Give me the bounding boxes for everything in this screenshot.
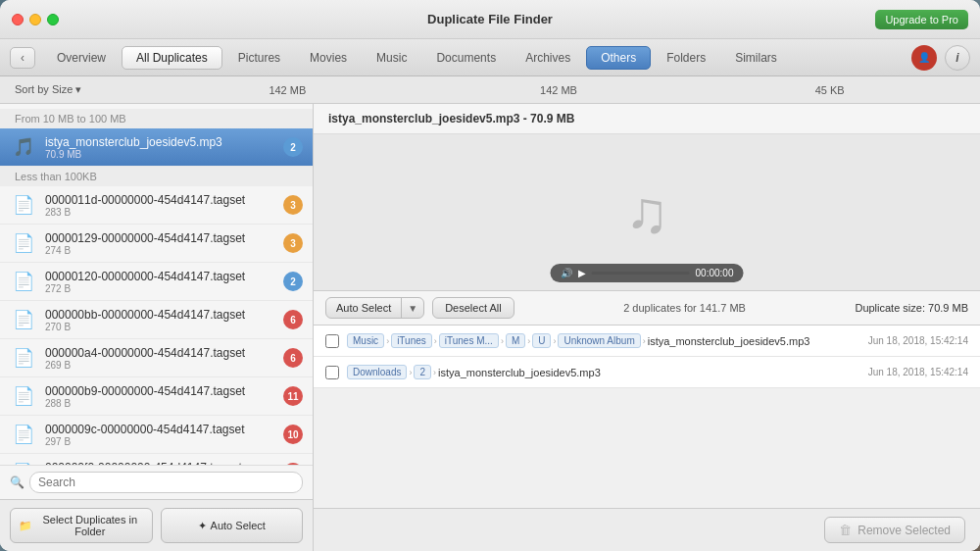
list-item[interactable]: 📄 000000a4-00000000-454d4147.tagset 269 … [0, 339, 313, 377]
minimize-button[interactable] [29, 14, 41, 25]
tab-movies[interactable]: Movies [296, 47, 361, 69]
dropdown-arrow-icon[interactable]: ▼ [402, 299, 423, 318]
close-button[interactable] [12, 14, 24, 25]
list-item[interactable]: 📄 0000011d-00000000-454d4147.tagset 283 … [0, 186, 313, 225]
file-icon: 📄 [10, 344, 37, 372]
tabbar: ‹ Overview All Duplicates Pictures Movie… [0, 39, 980, 76]
duplicate-badge: 10 [283, 425, 303, 444]
duplicate-badge: 2 [283, 137, 303, 157]
main-content: From 10 MB to 100 MB 🎵 istya_monsterclub… [0, 104, 980, 551]
file-icon: 📄 [10, 229, 37, 257]
duplicate-badge: 11 [283, 386, 303, 406]
select-duplicates-folder-button[interactable]: 📁 Select Duplicates in Folder [10, 508, 153, 543]
titlebar: Duplicate File Finder Upgrade to Pro [0, 0, 980, 39]
duplicate-badge: 6 [283, 348, 303, 368]
preview-header: istya_monsterclub_joesidev5.mp3 - 70.9 M… [314, 104, 980, 134]
statsbar: Sort by Size ▾ 142 MB 142 MB 45 KB [0, 76, 980, 104]
search-input[interactable] [29, 472, 303, 493]
table-row[interactable]: Downloads › 2 › istya_monsterclub_joesid… [314, 357, 980, 388]
dup-filename: istya_monsterclub_joesidev5.mp3 [648, 335, 810, 347]
list-item[interactable]: 📄 000000bb-00000000-454d4147.tagset 270 … [0, 301, 313, 339]
row-checkbox[interactable] [325, 334, 339, 348]
volume-icon[interactable]: 🔊 [561, 268, 572, 278]
section-header-small: Less than 100KB [0, 167, 313, 186]
file-info: 0000011d-00000000-454d4147.tagset 283 B [45, 193, 283, 218]
breadcrumb-folder: Music [347, 333, 384, 348]
deselect-all-button[interactable]: Deselect All [432, 297, 514, 319]
auto-select-button[interactable]: ✦ Auto Select [161, 508, 304, 543]
upgrade-button[interactable]: Upgrade to Pro [875, 10, 968, 29]
file-icon: 📄 [10, 306, 37, 333]
traffic-lights [12, 14, 59, 25]
tab-folders[interactable]: Folders [653, 47, 719, 69]
duplicate-size-info: Duplicate size: 70.9 MB [855, 302, 968, 314]
file-name: 0000009c-00000000-454d4147.tagset [45, 423, 283, 436]
file-size: 274 B [45, 245, 283, 256]
list-item[interactable]: 🎵 istya_monsterclub_joesidev5.mp3 70.9 M… [0, 128, 313, 167]
file-list: From 10 MB to 100 MB 🎵 istya_monsterclub… [0, 104, 313, 465]
preview-separator: - [523, 112, 530, 125]
auto-select-label: Auto Select [326, 298, 402, 318]
table-row[interactable]: Music › iTunes › iTunes M... › M › U › U… [314, 326, 980, 357]
file-name: 000000a4-00000000-454d4147.tagset [45, 346, 283, 360]
breadcrumb-folder: iTunes M... [439, 333, 499, 348]
breadcrumb-folder: Downloads [347, 365, 407, 379]
user-icon[interactable]: 👤 [911, 45, 937, 71]
file-info: 000000a4-00000000-454d4147.tagset 269 B [45, 346, 283, 371]
maximize-button[interactable] [47, 14, 59, 25]
timestamp: 00:00:00 [696, 268, 734, 278]
file-info: istya_monsterclub_joesidev5.mp3 70.9 MB [45, 135, 283, 160]
row-checkbox[interactable] [325, 366, 339, 379]
dup-filename: istya_monsterclub_joesidev5.mp3 [438, 367, 601, 378]
tab-others[interactable]: Others [586, 46, 651, 70]
tab-music[interactable]: Music [363, 47, 420, 69]
info-icon[interactable]: i [945, 45, 970, 71]
remove-selected-button[interactable]: 🗑 Remove Selected [824, 517, 965, 543]
duplicate-badge: 6 [283, 310, 303, 329]
file-info: 00000129-00000000-454d4147.tagset 274 B [45, 231, 283, 256]
file-size: 297 B [45, 436, 283, 447]
duplicate-count-info: 2 duplicates for 141.7 MB [522, 302, 848, 314]
tab-overview[interactable]: Overview [43, 47, 120, 69]
tab-similars[interactable]: Similars [721, 47, 791, 69]
stat-3: 45 KB [694, 84, 965, 96]
list-item[interactable]: 📄 0000009c-00000000-454d4147.tagset 297 … [0, 416, 313, 454]
duplicate-badge: 2 [283, 272, 303, 291]
preview-filename: istya_monsterclub_joesidev5.mp3 [328, 112, 519, 125]
file-icon: 📄 [10, 268, 37, 295]
file-name: 000000b9-00000000-454d4147.tagset [45, 384, 283, 398]
music-preview-icon: ♫ [625, 178, 669, 246]
folder-icon: 📁 [19, 520, 32, 532]
list-item[interactable]: 📄 000000f0-00000000-454d4147.tagset 280 … [0, 454, 313, 465]
dup-date: Jun 18, 2018, 15:42:14 [868, 335, 968, 346]
sort-label[interactable]: Sort by Size ▾ [15, 83, 152, 96]
section-header-large: From 10 MB to 100 MB [0, 109, 313, 128]
breadcrumb-folder: iTunes [391, 333, 432, 348]
breadcrumb-folder: 2 [414, 365, 431, 379]
file-name: 000000bb-00000000-454d4147.tagset [45, 308, 283, 322]
breadcrumb-folder: M [506, 333, 525, 348]
breadcrumb-folder: U [532, 333, 551, 348]
auto-select-dropdown[interactable]: Auto Select ▼ [325, 297, 424, 319]
file-icon: 📄 [10, 382, 37, 410]
tab-pictures[interactable]: Pictures [224, 47, 294, 69]
file-name: istya_monsterclub_joesidev5.mp3 [45, 135, 283, 149]
list-item[interactable]: 📄 00000129-00000000-454d4147.tagset 274 … [0, 225, 313, 263]
tab-all-duplicates[interactable]: All Duplicates [122, 46, 222, 70]
duplicate-list: Music › iTunes › iTunes M... › M › U › U… [314, 326, 980, 508]
list-item[interactable]: 📄 00000120-00000000-454d4147.tagset 272 … [0, 263, 313, 301]
left-bottom-bar: 📁 Select Duplicates in Folder ✦ Auto Sel… [0, 499, 313, 551]
file-icon: 📄 [10, 191, 37, 219]
file-size: 270 B [45, 322, 283, 332]
audio-player: 🔊 ▶ 00:00:00 [551, 264, 744, 282]
file-info: 0000009c-00000000-454d4147.tagset 297 B [45, 423, 283, 447]
back-button[interactable]: ‹ [10, 47, 35, 69]
file-size: 269 B [45, 360, 283, 371]
tab-documents[interactable]: Documents [422, 47, 510, 69]
tab-archives[interactable]: Archives [512, 47, 584, 69]
music-file-icon: 🎵 [10, 133, 37, 161]
list-item[interactable]: 📄 000000b9-00000000-454d4147.tagset 288 … [0, 377, 313, 416]
auto-select-icon: ✦ [198, 520, 207, 532]
right-panel: istya_monsterclub_joesidev5.mp3 - 70.9 M… [314, 104, 980, 551]
play-icon[interactable]: ▶ [578, 268, 586, 278]
